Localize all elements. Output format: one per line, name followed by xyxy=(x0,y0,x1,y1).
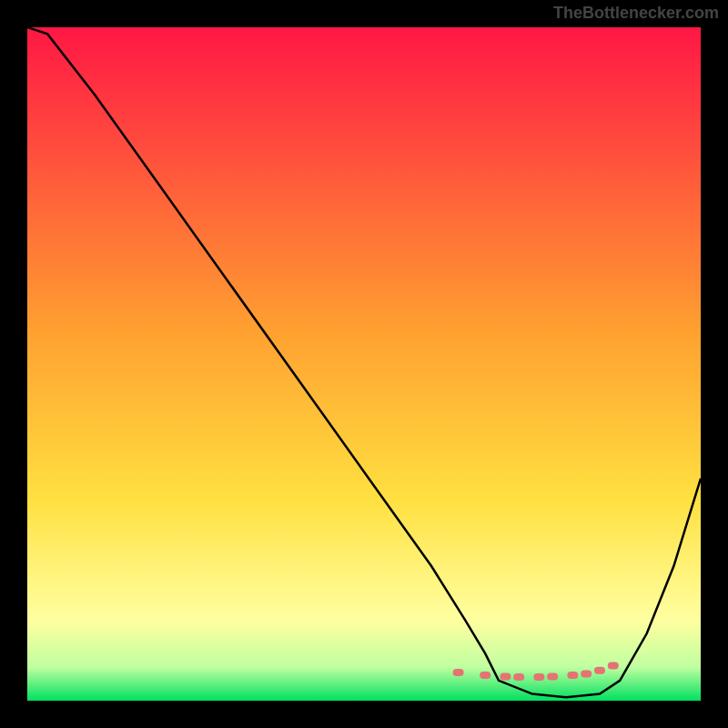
highlight-dot xyxy=(547,672,558,680)
watermark-text: TheBottlenecker.com xyxy=(553,4,719,23)
highlight-dot xyxy=(594,667,605,674)
chart-container: TheBottlenecker.com xyxy=(0,0,728,728)
highlight-dot xyxy=(533,673,544,681)
highlight-dot xyxy=(453,669,464,676)
gradient-background xyxy=(27,27,701,701)
highlight-dot xyxy=(500,672,511,680)
highlight-dot xyxy=(513,673,524,681)
highlight-dot xyxy=(581,670,592,677)
highlight-dot xyxy=(567,672,578,679)
highlight-dot xyxy=(608,662,619,670)
chart-plot-area xyxy=(27,27,701,701)
chart-svg xyxy=(27,27,701,701)
highlight-dot xyxy=(480,672,490,679)
